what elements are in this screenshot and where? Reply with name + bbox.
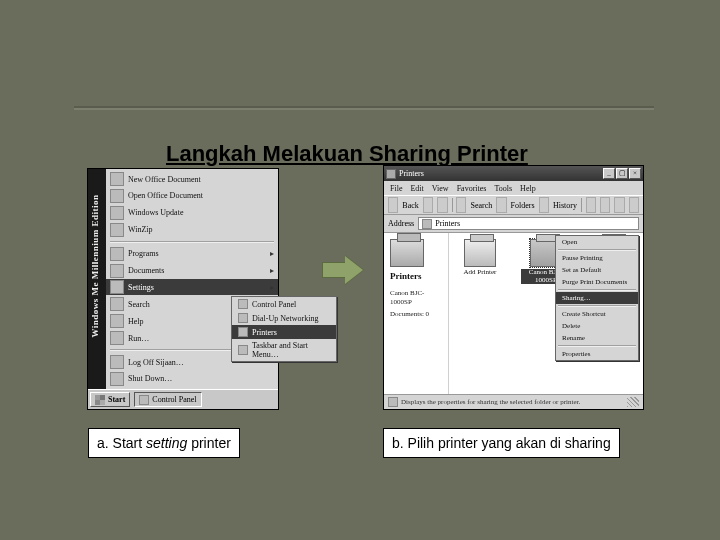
slide-title: Langkah Melakuan Sharing Printer xyxy=(166,141,586,167)
start-menu-sideband: Windows Me Millennium Edition xyxy=(88,169,106,389)
menu-item-label: Run… xyxy=(128,334,149,343)
submenu-arrow-icon: ▸ xyxy=(270,266,274,275)
start-menu-item[interactable]: Settings▸ xyxy=(106,279,278,295)
menu-item-icon xyxy=(110,355,124,369)
menu-item-label: Documents xyxy=(128,266,164,275)
minimize-button[interactable]: _ xyxy=(603,168,615,179)
flyout-item-label: Printers xyxy=(252,328,277,337)
app-icon xyxy=(139,395,149,405)
forward-button[interactable] xyxy=(423,197,433,213)
flyout-item[interactable]: Control Panel xyxy=(232,297,336,311)
menu-item-icon xyxy=(110,172,124,186)
printer-icon xyxy=(464,239,496,267)
menu-item-label: Log Off Sijaan… xyxy=(128,358,184,367)
menu-item-icon xyxy=(110,206,124,220)
back-button[interactable] xyxy=(388,197,398,213)
info-pane: Printers Canon BJC-1000SPDocuments: 0 xyxy=(384,233,449,394)
menu-item-label: Shut Down… xyxy=(128,374,172,383)
menu-item-label: Windows Update xyxy=(128,208,183,217)
context-item[interactable]: Delete xyxy=(556,320,638,332)
close-button[interactable]: × xyxy=(629,168,641,179)
history-button[interactable] xyxy=(539,197,549,213)
menu-item-icon xyxy=(110,280,124,294)
address-field[interactable]: Printers xyxy=(418,217,639,230)
flyout-item-label: Dial-Up Networking xyxy=(252,314,318,323)
status-text: Displays the properties for sharing the … xyxy=(401,398,580,406)
context-separator xyxy=(558,289,636,291)
caption-b: b. Pilih printer yang akan di sharing xyxy=(383,428,620,458)
context-item[interactable]: Properties xyxy=(556,348,638,360)
tool-btn-b[interactable] xyxy=(600,197,610,213)
resize-grip[interactable] xyxy=(627,397,639,407)
search-button[interactable] xyxy=(456,197,466,213)
flyout-item-label: Control Panel xyxy=(252,300,296,309)
windows-flag-icon xyxy=(95,395,105,405)
menu-item-label: Programs xyxy=(128,249,159,258)
menu-file[interactable]: File xyxy=(390,184,402,193)
tool-btn-c[interactable] xyxy=(614,197,624,213)
taskbar-app-label: Control Panel xyxy=(152,395,196,404)
tool-btn-a[interactable] xyxy=(586,197,596,213)
menu-help[interactable]: Help xyxy=(520,184,536,193)
context-item[interactable]: Set as Default xyxy=(556,264,638,276)
start-button[interactable]: Start xyxy=(90,392,130,407)
maximize-button[interactable]: ▢ xyxy=(616,168,628,179)
menu-view[interactable]: View xyxy=(432,184,449,193)
toolbar: Back Search Folders History xyxy=(384,195,643,215)
menu-item-icon xyxy=(110,331,124,345)
context-item[interactable]: Purge Print Documents xyxy=(556,276,638,288)
settings-flyout: Control PanelDial-Up NetworkingPrintersT… xyxy=(231,296,337,362)
menu-favorites[interactable]: Favorites xyxy=(457,184,487,193)
start-button-label: Start xyxy=(108,395,125,404)
context-item[interactable]: Pause Printing xyxy=(556,252,638,264)
status-icon xyxy=(388,397,398,407)
caption-a-em: setting xyxy=(146,435,187,451)
tool-btn-d[interactable] xyxy=(629,197,639,213)
menu-item-label: New Office Document xyxy=(128,175,201,184)
menu-item-icon xyxy=(110,247,124,261)
menu-item-label: WinZip xyxy=(128,225,153,234)
context-item[interactable]: Rename xyxy=(556,332,638,344)
menu-separator xyxy=(110,241,274,243)
menu-tools[interactable]: Tools xyxy=(494,184,512,193)
start-menu-item[interactable]: Shut Down… xyxy=(106,371,278,387)
start-menu-item[interactable]: New Office Document xyxy=(106,171,278,187)
start-menu-item[interactable]: WinZip xyxy=(106,222,278,238)
folders-button[interactable] xyxy=(496,197,506,213)
menu-edit[interactable]: Edit xyxy=(410,184,423,193)
menu-item-label: Open Office Document xyxy=(128,191,203,200)
address-value: Printers xyxy=(435,219,460,228)
menu-item-icon xyxy=(110,297,124,311)
context-item[interactable]: Sharing… xyxy=(556,292,638,304)
flyout-item[interactable]: Printers xyxy=(232,325,336,339)
up-button[interactable] xyxy=(437,197,447,213)
address-label: Address xyxy=(388,219,414,228)
context-item[interactable]: Open xyxy=(556,236,638,248)
taskbar-app[interactable]: Control Panel xyxy=(134,392,201,407)
status-bar: Displays the properties for sharing the … xyxy=(384,394,643,409)
flyout-item[interactable]: Taskbar and Start Menu… xyxy=(232,339,336,361)
menu-item-icon xyxy=(110,189,124,203)
flyout-item[interactable]: Dial-Up Networking xyxy=(232,311,336,325)
context-item[interactable]: Create Shortcut xyxy=(556,308,638,320)
context-separator xyxy=(558,249,636,251)
info-heading: Printers xyxy=(390,271,442,281)
menu-item-icon xyxy=(110,314,124,328)
start-menu-item[interactable]: Open Office Document xyxy=(106,188,278,204)
submenu-arrow-icon: ▸ xyxy=(270,249,274,258)
start-menu-item[interactable]: Documents▸ xyxy=(106,263,278,279)
menu-item-label: Settings xyxy=(128,283,154,292)
menu-item-icon xyxy=(110,372,124,386)
printer-label: Add Printer xyxy=(464,269,497,277)
screenshot-start-menu: Windows Me Millennium Edition New Office… xyxy=(87,168,279,410)
menubar: FileEditViewFavoritesToolsHelp xyxy=(384,181,643,195)
printer-item[interactable]: Add Printer xyxy=(455,239,505,277)
caption-a-prefix: a. Start xyxy=(97,435,146,451)
printer-folder-icon xyxy=(422,219,432,229)
flyout-item-icon xyxy=(238,299,248,309)
arrow-right xyxy=(322,256,364,284)
start-menu-item[interactable]: Windows Update xyxy=(106,205,278,221)
printers-folder-icon xyxy=(390,239,424,267)
address-bar: Address Printers xyxy=(384,215,643,233)
start-menu-item[interactable]: Programs▸ xyxy=(106,246,278,262)
